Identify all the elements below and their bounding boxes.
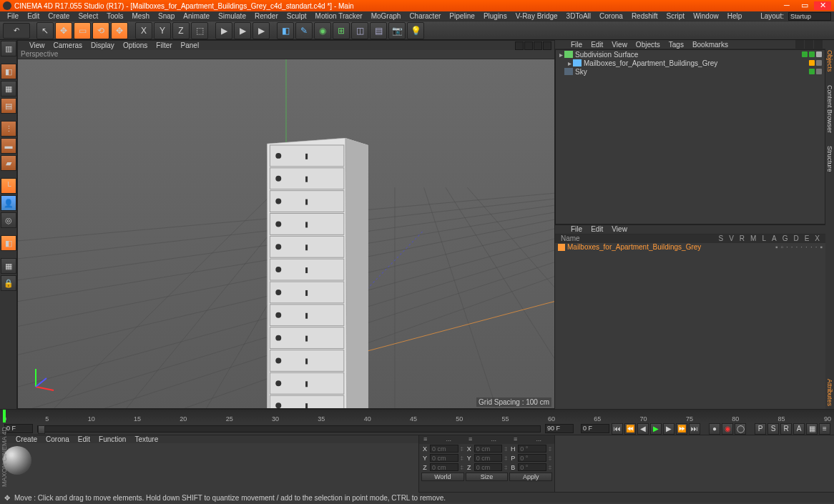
visibility-dot-icon[interactable]	[809, 69, 815, 74]
menu-snap[interactable]: Snap	[154, 12, 179, 20]
matmenu-function[interactable]: Function	[94, 435, 130, 443]
model-mode-button[interactable]: ◧	[1, 64, 16, 79]
z-axis-lock[interactable]: Z	[172, 22, 190, 39]
size-y-field[interactable]: 0 cm	[474, 454, 503, 462]
range-slider[interactable]	[37, 425, 541, 433]
tag-dot-icon[interactable]	[816, 60, 822, 66]
objmenu-edit[interactable]: Edit	[587, 41, 607, 49]
locked-workplane-button[interactable]: ◧	[1, 235, 16, 251]
objmenu-bookmarks[interactable]: Bookmarks	[688, 41, 732, 49]
close-button[interactable]: ✕	[814, 1, 831, 10]
texture-mode-button[interactable]: ▦	[1, 81, 16, 97]
last-tool[interactable]: ✥	[111, 22, 128, 39]
size-x-field[interactable]: 0 cm	[474, 445, 503, 453]
menu-motion-tracker[interactable]: Motion Tracker	[311, 12, 367, 20]
rot-h-field[interactable]: 0 °	[518, 445, 546, 453]
size-dropdown[interactable]: Size	[466, 473, 509, 481]
vp-menu-display[interactable]: Display	[87, 41, 119, 49]
vp-menu-filter[interactable]: Filter	[152, 41, 176, 49]
undo-button[interactable]: ↶	[3, 23, 30, 39]
key-param-button[interactable]: A	[793, 423, 805, 435]
menu-mograph[interactable]: MoGraph	[367, 12, 406, 20]
matmenu-texture[interactable]: Texture	[130, 435, 162, 443]
coord-system-button[interactable]: ⬚	[191, 22, 208, 39]
texture-tag-icon[interactable]	[809, 60, 815, 66]
vp-nav-pan-icon[interactable]	[515, 41, 524, 50]
menu-help[interactable]: Help	[723, 12, 747, 20]
menu-3dtoall[interactable]: 3DToAll	[562, 12, 595, 20]
menu-edit[interactable]: Edit	[23, 12, 44, 20]
matmenu-edit[interactable]: Edit	[74, 435, 94, 443]
dock-tab-attributes[interactable]: Attributes	[826, 376, 833, 409]
rot-b-field[interactable]: 0 °	[518, 463, 546, 471]
render-dot-icon[interactable]	[816, 69, 822, 74]
maximize-button[interactable]: ▭	[796, 1, 813, 10]
key-pos-button[interactable]: P	[755, 423, 766, 435]
menu-file[interactable]: File	[3, 12, 23, 20]
checkmark-icon[interactable]	[816, 51, 822, 57]
obj-search-icon[interactable]	[795, 40, 804, 49]
vp-nav-toggle-icon[interactable]	[543, 41, 551, 50]
objmenu-view[interactable]: View	[607, 41, 632, 49]
key-rot-button[interactable]: R	[780, 423, 792, 435]
attr-menu-view[interactable]: View	[607, 225, 632, 233]
slider-knob[interactable]	[38, 425, 45, 434]
scale-tool[interactable]: ▭	[74, 22, 91, 39]
attr-menu-edit[interactable]: Edit	[587, 225, 607, 233]
viewport-solo-button[interactable]: 👤	[1, 195, 16, 211]
pos-x-field[interactable]: 0 cm	[430, 445, 458, 453]
dock-tab-objects[interactable]: Objects	[826, 47, 833, 75]
vp-nav-rotate-icon[interactable]	[534, 41, 542, 50]
menu-render[interactable]: Render	[250, 12, 283, 20]
timeline[interactable]: 0 5 10 15 20 25 30 35 40 45 50 55 60 65 …	[0, 409, 834, 422]
add-camera-button[interactable]: 📷	[388, 22, 406, 39]
locked-icon[interactable]: 🔒	[1, 275, 16, 291]
viewport-canvas[interactable]: Grid Spacing : 100 cm	[18, 59, 554, 408]
menu-mesh[interactable]: Mesh	[128, 12, 154, 20]
add-pen-button[interactable]: ✎	[295, 22, 313, 39]
obj-filter-icon[interactable]	[805, 40, 813, 49]
menu-vray-bridge[interactable]: V-Ray Bridge	[511, 12, 562, 20]
edges-mode-button[interactable]: ▬	[1, 138, 16, 154]
goto-start-button[interactable]: ⏮	[612, 423, 623, 435]
make-editable-button[interactable]: ▥	[1, 41, 16, 56]
apply-button[interactable]: Apply	[509, 473, 552, 481]
end-frame-field[interactable]: 90 F	[545, 424, 574, 433]
menu-plugins[interactable]: Plugins	[479, 12, 511, 20]
pos-z-field[interactable]: 0 cm	[430, 463, 458, 471]
menu-pipeline[interactable]: Pipeline	[445, 12, 479, 20]
current-frame-field[interactable]: 0 F	[581, 424, 609, 433]
snap-button[interactable]: ◎	[1, 212, 16, 228]
rot-p-field[interactable]: 0 °	[518, 454, 546, 462]
objmenu-tags[interactable]: Tags	[664, 41, 688, 49]
obj-menu-icon[interactable]	[814, 40, 823, 49]
render-dot-icon[interactable]	[809, 51, 815, 57]
prev-frame-button[interactable]: ◀	[637, 423, 649, 435]
vp-nav-zoom-icon[interactable]	[524, 41, 533, 50]
visibility-dot-icon[interactable]	[802, 51, 808, 57]
planar-workplane-button[interactable]: ▦	[1, 258, 16, 274]
key-scale-button[interactable]: S	[767, 423, 779, 435]
add-subdivision-button[interactable]: ◉	[314, 22, 331, 39]
render-picture-viewer-button[interactable]: ▶	[234, 22, 251, 39]
timeline-playhead[interactable]	[3, 410, 6, 423]
layout-dropdown[interactable]: Startup	[788, 12, 831, 21]
size-z-field[interactable]: 0 cm	[474, 463, 503, 471]
attr-material-row[interactable]: Mailboxes_for_Apartment_Buildings_Grey ▪…	[555, 243, 825, 252]
dock-tab-structure[interactable]: Structure	[826, 143, 833, 175]
play-button[interactable]: ▶	[650, 423, 662, 435]
menu-character[interactable]: Character	[405, 12, 445, 20]
menu-corona[interactable]: Corona	[595, 12, 627, 20]
pos-y-field[interactable]: 0 cm	[430, 454, 458, 462]
menu-animate[interactable]: Animate	[179, 12, 214, 20]
menu-simulate[interactable]: Simulate	[214, 12, 250, 20]
add-array-button[interactable]: ⊞	[333, 22, 350, 39]
menu-select[interactable]: Select	[74, 12, 102, 20]
expand-icon[interactable]: ▸	[566, 59, 573, 67]
prev-key-button[interactable]: ⏪	[624, 423, 636, 435]
add-cube-button[interactable]: ◧	[277, 22, 294, 39]
autokey-button[interactable]: ◉	[722, 423, 733, 435]
vp-menu-panel[interactable]: Panel	[177, 41, 204, 49]
vp-menu-options[interactable]: Options	[119, 41, 152, 49]
menu-tools[interactable]: Tools	[102, 12, 127, 20]
